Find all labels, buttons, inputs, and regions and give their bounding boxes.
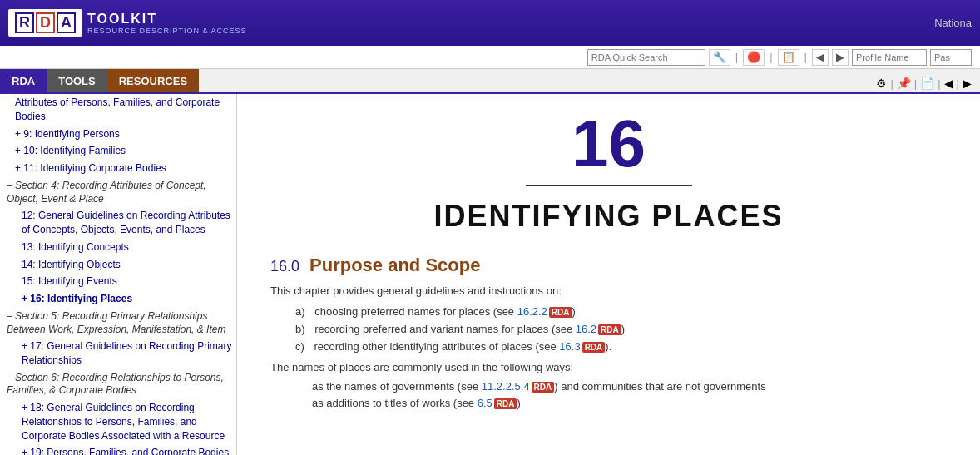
names-text: The names of places are commonly used in… [270, 361, 947, 373]
intro-text: This chapter provides general guidelines… [270, 284, 947, 297]
logo-area: R D A TOOLKIT RESOURCE DESCRIPTION & ACC… [8, 9, 247, 37]
toolkit-label: TOOLKIT [87, 12, 247, 27]
purpose-list: a) choosing preferred names for places (… [270, 305, 947, 353]
section-number: 16.0 [270, 258, 299, 275]
list-text-a-after: ) [572, 305, 576, 318]
sublist-1-before: as the names of governments (see [312, 380, 482, 393]
logo-a: A [57, 12, 76, 33]
search-box [587, 49, 705, 66]
sidebar-item-18[interactable]: + 18: General Guidelines on Recording Re… [0, 399, 236, 444]
nav-tabs: RDA TOOLS RESOURCES [0, 69, 199, 92]
sidebar-item-10[interactable]: + 10: Identifying Families [0, 142, 236, 160]
back-icon[interactable]: ◀ [944, 77, 953, 90]
app-header: R D A TOOLKIT RESOURCE DESCRIPTION & ACC… [0, 0, 980, 46]
nav-right-btn[interactable]: ▶ [832, 49, 849, 66]
sublist-2-after: ) [517, 397, 520, 409]
sublist-2-before: as additions to titles of works (see [312, 397, 478, 409]
rda-badge-b: RDA [598, 324, 621, 335]
toolbar-icons-right: ⚙ | 📌 | 📄 | ◀ | ▶ [876, 77, 980, 92]
link-6-5[interactable]: 6.5 [478, 397, 492, 409]
sidebar-section-4: – Section 4: Recording Attributes of Con… [0, 177, 236, 207]
sidebar-item-13[interactable]: 13: Identifying Concepts [0, 239, 236, 256]
sidebar-item-19[interactable]: + 19: Persons, Families, and Corporate B… [0, 444, 236, 455]
doc-icon[interactable]: 📄 [920, 77, 934, 90]
sidebar-item-9[interactable]: + 9: Identifying Persons [0, 126, 236, 143]
pass-input[interactable] [930, 49, 972, 66]
tab-resources[interactable]: RESOURCES [107, 69, 199, 92]
search-input[interactable] [588, 52, 705, 62]
bookmark-icon-btn[interactable]: 🔴 [743, 49, 765, 66]
sidebar-section-6: – Section 6: Recording Relationships to … [0, 369, 236, 399]
image-icon-btn[interactable]: 📋 [778, 49, 799, 66]
sidebar-item-17[interactable]: + 17: General Guidelines on Recording Pr… [0, 338, 236, 369]
sidebar-item-15[interactable]: 15: Identifying Events [0, 273, 236, 290]
sublist-item-2: as additions to titles of works (see 6.5… [312, 397, 947, 409]
list-item-a: a) choosing preferred names for places (… [295, 305, 947, 318]
sidebar-item-11[interactable]: + 11: Identifying Corporate Bodies [0, 160, 236, 177]
link-16-2[interactable]: 16.2 [576, 323, 596, 335]
nav-left-btn[interactable]: ◀ [812, 49, 829, 66]
sidebar-section-5: – Section 5: Recording Primary Relations… [0, 308, 236, 338]
national-text: Nationa [934, 17, 972, 29]
logo-r: R [15, 12, 34, 33]
list-text-c-before: recording other identifying attributes o… [314, 340, 559, 353]
nav-row: RDA TOOLS RESOURCES ⚙ | 📌 | 📄 | ◀ | ▶ [0, 69, 980, 94]
forward-icon[interactable]: ▶ [963, 77, 972, 90]
divider-1: | [735, 51, 738, 63]
sidebar-item-16[interactable]: + 16: Identifying Places [0, 290, 236, 308]
sidebar-item-attr-persons[interactable]: Attributes of Persons, Families, and Cor… [0, 94, 236, 126]
rda-badge-sub-1: RDA [532, 382, 555, 393]
list-label-a: a) [295, 305, 305, 318]
sidebar-item-12[interactable]: 12: General Guidelines on Recording Attr… [0, 207, 236, 239]
content-area: 16 IDENTIFYING PLACES 16.0 Purpose and S… [237, 94, 980, 455]
list-label-c: c) [295, 340, 304, 353]
list-item-c: c) recording other identifying attribute… [295, 340, 947, 353]
logo-text: TOOLKIT RESOURCE DESCRIPTION & ACCESS [87, 12, 247, 35]
rda-badge-c: RDA [582, 342, 606, 353]
chapter-divider [526, 185, 692, 186]
sidebar: Attributes of Persons, Families, and Cor… [0, 94, 237, 455]
main-layout: Attributes of Persons, Families, and Cor… [0, 94, 980, 455]
tab-tools[interactable]: TOOLS [47, 69, 107, 92]
rda-badge-sub-2: RDA [494, 398, 517, 409]
toolbar-row: 🔧 | 🔴 | 📋 | ◀ ▶ [0, 46, 980, 69]
list-text-c-after: ). [605, 340, 611, 353]
rda-badge-a: RDA [549, 307, 572, 318]
sublist-item-1: as the names of governments (see 11.2.2.… [312, 380, 947, 393]
divider-2: | [770, 51, 772, 63]
subtitle-label: RESOURCE DESCRIPTION & ACCESS [87, 27, 247, 35]
list-item-b: b) recording preferred and variant names… [295, 323, 947, 335]
bookmark-icon[interactable]: 📌 [897, 77, 911, 90]
tools-icon[interactable]: ⚙ [876, 77, 887, 90]
link-16-2-2[interactable]: 16.2.2 [517, 305, 547, 318]
logo-d: D [36, 12, 55, 33]
sublist: as the names of governments (see 11.2.2.… [270, 380, 947, 409]
link-11-2-2-5-4[interactable]: 11.2.2.5.4 [482, 380, 530, 393]
section-heading: 16.0 Purpose and Scope [270, 255, 947, 276]
list-text-b-after: ) [621, 323, 625, 335]
list-text-b-before: recording preferred and variant names fo… [314, 323, 576, 335]
list-label-b: b) [295, 323, 305, 335]
chapter-title: IDENTIFYING PLACES [270, 199, 947, 234]
section-title: Purpose and Scope [309, 255, 480, 276]
link-16-3[interactable]: 16.3 [559, 340, 580, 353]
search-icon-btn[interactable]: 🔧 [709, 49, 730, 66]
sublist-1-after: ) and communities that are not governmen… [554, 380, 765, 393]
chapter-number: 16 [270, 111, 947, 177]
logo-box: R D A [8, 9, 82, 37]
tab-rda[interactable]: RDA [0, 69, 47, 92]
profile-input[interactable] [852, 49, 927, 66]
list-text-a-before: choosing preferred names for places (see [314, 305, 517, 318]
divider-3: | [804, 51, 807, 63]
sidebar-item-14[interactable]: 14: Identifying Objects [0, 256, 236, 274]
